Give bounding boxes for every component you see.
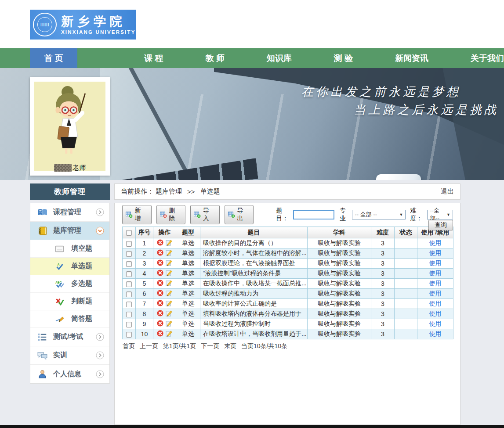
edit-row-icon[interactable] [166,290,172,298]
nav-item-about[interactable]: 关于我们 [471,48,504,68]
row-checkbox[interactable] [126,261,132,267]
first-page-link[interactable]: 首页 [123,342,135,349]
row-checkbox[interactable] [126,241,132,247]
row-number: 6 [136,289,153,299]
row-checkbox[interactable] [126,271,132,277]
question-table: 序号 操作 题型 题目 学科 难度 状态 使用 /禁用 1 [122,227,453,339]
delete-row-icon[interactable] [157,330,163,338]
row-checkbox[interactable] [126,332,132,338]
row-checkbox[interactable] [126,302,132,307]
question-difficulty: 3 [371,279,395,289]
edit-row-icon[interactable] [166,249,172,257]
table-export-icon [228,211,235,218]
sidebar-item-judge[interactable]: 判断题 [30,293,109,310]
edit-row-icon[interactable] [166,270,172,277]
delete-row-icon[interactable] [157,300,163,308]
usage-link[interactable]: 使用 [429,320,442,327]
sidebar-item-course-mgmt[interactable]: 课程管理 [30,203,109,222]
edit-row-icon[interactable] [166,330,172,338]
delete-row-icon[interactable] [157,280,163,288]
sidebar-item-single-choice[interactable]: A 单选题 [30,258,109,275]
question-type: 单选 [176,238,200,248]
query-button[interactable]: 查询 [428,220,453,230]
list-icon [37,333,47,342]
delete-row-icon[interactable] [157,259,163,267]
breadcrumb-section[interactable]: 题库管理 [156,187,182,196]
row-checkbox[interactable] [126,312,132,317]
add-button[interactable]: 新增 [122,205,152,224]
col-header-no: 序号 [136,227,153,238]
edit-row-icon[interactable] [166,310,172,318]
table-header-row: 序号 操作 题型 题目 学科 难度 状态 使用 /禁用 [123,227,453,238]
censored-name [54,164,72,172]
col-header-status: 状态 [395,227,417,238]
usage-link[interactable]: 使用 [429,300,442,307]
sidebar-item-short-answer[interactable]: 简答题 [30,310,109,328]
row-checkbox[interactable] [126,251,132,257]
select-all-checkbox[interactable] [126,230,132,236]
teacher-avatar-illustration [34,82,105,171]
delete-row-icon[interactable] [157,249,163,257]
prev-page-link[interactable]: 上一页 [140,342,158,349]
nav-item-quiz[interactable]: 测 验 [334,48,353,68]
delete-row-icon[interactable] [157,320,163,328]
last-page-link[interactable]: 末页 [224,342,236,349]
sidebar-item-label: 个人信息 [53,370,81,379]
question-subject: 吸收与解吸实验 [308,279,371,289]
usage-link[interactable]: 使用 [429,239,442,246]
row-checkbox[interactable] [126,322,132,327]
bottom-bar [0,425,504,428]
usage-link[interactable]: 使用 [429,270,442,277]
question-status [395,329,417,339]
usage-link[interactable]: 使用 [429,330,442,337]
edit-row-icon[interactable] [166,239,172,247]
usage-link[interactable]: 使用 [429,280,442,287]
major-select[interactable]: -- 全部 -- ▼ [352,210,406,219]
title-filter-input[interactable] [293,210,334,219]
row-checkbox[interactable] [126,281,132,287]
sidebar-item-training[interactable]: 实训 [30,346,109,365]
chevron-right-icon [96,351,104,360]
nav-item-teachers[interactable]: 教 师 [205,48,224,68]
nav-item-courses[interactable]: 课 程 [144,48,163,68]
row-checkbox[interactable] [126,291,132,297]
chevron-right-icon [96,208,104,216]
sidebar-item-fill-blank[interactable]: 填空题 [30,240,109,258]
quote-line-1: 在你出发之前永远是梦想 [301,84,461,100]
question-type: 单选 [176,329,200,339]
edit-row-icon[interactable] [166,259,172,267]
quote-line-2: 当上路之后永远是挑战 [301,102,499,118]
dropdown-arrow-icon: ▼ [397,212,403,217]
nav-item-news[interactable]: 新闻资讯 [395,48,428,68]
col-header-actions: 操作 [153,227,176,238]
sidebar-item-personal-info[interactable]: 个人信息 [30,365,109,383]
sidebar-item-multi-choice[interactable]: ABC 多选题 [30,275,109,293]
row-number: 1 [136,238,153,248]
nav-item-knowledge[interactable]: 知识库 [267,48,292,68]
delete-button[interactable]: 删除 [156,205,186,224]
delete-row-icon[interactable] [157,270,163,277]
delete-row-icon[interactable] [157,239,163,247]
col-header-type: 题型 [176,227,200,238]
edit-row-icon[interactable] [166,300,172,308]
nav-item-home[interactable]: 首 页 [30,48,77,68]
next-page-link[interactable]: 下一页 [201,342,219,349]
edit-row-icon[interactable] [166,320,172,328]
delete-row-icon[interactable] [157,310,163,318]
table-row: 1 单选 吸收操作的目的是分离（） 吸收与解吸实验 3 使用 [123,238,453,248]
logout-button[interactable]: 退出 [441,187,454,196]
question-difficulty: 3 [371,259,395,269]
delete-row-icon[interactable] [157,290,163,298]
usage-link[interactable]: 使用 [429,290,442,297]
edit-row-icon[interactable] [166,280,172,288]
sidebar-item-question-bank[interactable]: 题库管理 [30,222,109,240]
usage-link[interactable]: 使用 [429,259,442,266]
import-button[interactable]: 导入 [190,205,220,224]
sidebar-item-test-exam[interactable]: 测试/考试 [30,328,109,346]
usage-link[interactable]: 使用 [429,310,442,317]
export-button[interactable]: 导出 [225,205,254,224]
question-difficulty: 3 [371,309,395,319]
difficulty-select[interactable]: --全部-- ▼ [427,210,453,219]
usage-link[interactable]: 使用 [429,249,442,256]
sidebar-item-label: 测试/考试 [53,332,83,342]
